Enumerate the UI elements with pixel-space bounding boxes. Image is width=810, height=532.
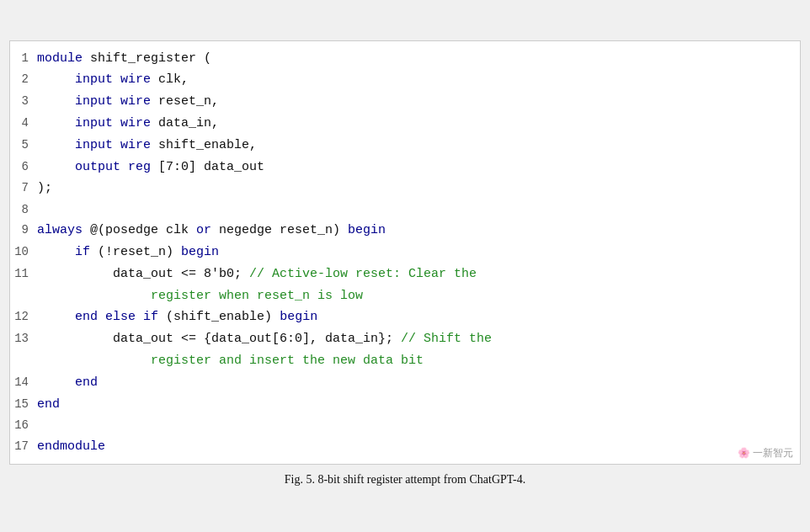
code-line: 6 output reg [7:0] data_out — [10, 157, 800, 178]
figure-caption: Fig. 5. 8-bit shift register attempt fro… — [285, 465, 525, 492]
line-content: module shift_register ( — [37, 48, 800, 70]
line-content: input wire reset_n, — [37, 91, 800, 113]
code-line: 13 data_out <= {data_out[6:0], data_in};… — [10, 328, 800, 350]
line-content: end — [37, 394, 800, 416]
code-line: 1module shift_register ( — [10, 48, 800, 70]
code-line: 4 input wire data_in, — [10, 113, 800, 135]
line-number: 13 — [10, 328, 37, 348]
line-number: 2 — [10, 69, 37, 89]
line-number: 6 — [10, 157, 37, 177]
line-content: ); — [37, 178, 800, 200]
code-block-container: 1module shift_register (2 input wire clk… — [9, 40, 801, 466]
code-line: 14 end — [10, 372, 800, 394]
code-line: 7); — [10, 178, 800, 200]
code-line: 16 — [10, 415, 800, 435]
code-line: 8 — [10, 200, 800, 220]
code-line: 3 input wire reset_n, — [10, 91, 800, 113]
line-content: endmodule — [37, 436, 800, 458]
line-number: 14 — [10, 372, 37, 392]
code-line: 17endmodule — [10, 436, 800, 458]
code-line: 2 input wire clk, — [10, 69, 800, 91]
code-line: register when reset_n is low — [10, 285, 800, 307]
line-number: 10 — [10, 242, 37, 262]
line-content: if (!reset_n) begin — [37, 242, 800, 263]
line-content: input wire data_in, — [37, 113, 800, 135]
code-line: register and insert the new data bit — [10, 350, 800, 372]
line-number: 9 — [10, 220, 37, 240]
code-line: 15end — [10, 394, 800, 416]
code-line: 9always @(posedge clk or negedge reset_n… — [10, 220, 800, 242]
line-content: register and insert the new data bit — [37, 350, 800, 372]
code-line: 5 input wire shift_enable, — [10, 135, 800, 157]
code-line: 10 if (!reset_n) begin — [10, 242, 800, 263]
line-number: 17 — [10, 436, 37, 456]
line-number: 5 — [10, 135, 37, 155]
line-content: end else if (shift_enable) begin — [37, 306, 800, 328]
line-number: 11 — [10, 263, 37, 284]
line-number: 1 — [10, 48, 37, 68]
line-content: input wire shift_enable, — [37, 135, 800, 157]
code-line: 11 data_out <= 8'b0; // Active-low reset… — [10, 263, 800, 285]
line-content: data_out <= 8'b0; // Active-low reset: C… — [37, 263, 800, 285]
line-content: end — [37, 372, 800, 394]
line-content: data_out <= {data_out[6:0], data_in}; //… — [37, 328, 800, 350]
line-number: 16 — [10, 415, 37, 435]
line-number: 8 — [10, 200, 37, 220]
line-content: output reg [7:0] data_out — [37, 157, 800, 178]
line-number: 12 — [10, 306, 37, 327]
line-content: always @(posedge clk or negedge reset_n)… — [37, 220, 800, 242]
line-content: input wire clk, — [37, 69, 800, 91]
line-content: register when reset_n is low — [37, 285, 800, 307]
line-number: 4 — [10, 113, 37, 133]
line-number: 7 — [10, 178, 37, 198]
watermark: 🌸 一新智元 — [738, 446, 793, 460]
line-number: 3 — [10, 91, 37, 111]
code-block: 1module shift_register (2 input wire clk… — [10, 41, 800, 465]
code-line: 12 end else if (shift_enable) begin — [10, 306, 800, 328]
line-number: 15 — [10, 394, 37, 414]
